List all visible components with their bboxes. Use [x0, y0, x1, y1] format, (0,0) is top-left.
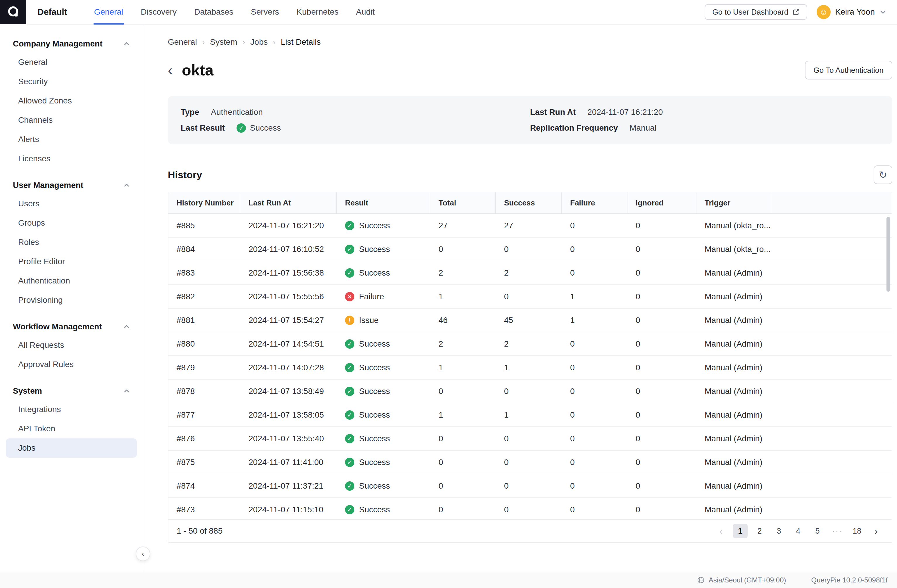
sidebar-item-jobs[interactable]: Jobs: [6, 438, 137, 458]
refresh-button[interactable]: ↻: [874, 165, 892, 184]
sidebar-item-groups[interactable]: Groups: [6, 213, 137, 233]
cell-history-number: #876: [168, 427, 240, 450]
pagination-page-5[interactable]: 5: [810, 524, 825, 538]
info-last-run-label: Last Run At: [530, 108, 576, 117]
cell-trigger: Manual (okta_ro...: [696, 238, 771, 261]
column-header-failure: Failure: [562, 192, 628, 213]
cell-trigger: Manual (Admin): [696, 498, 771, 519]
sidebar-item-all-requests[interactable]: All Requests: [6, 336, 137, 355]
breadcrumb-separator: ›: [243, 38, 245, 47]
cell-success: 0: [496, 498, 562, 519]
success-icon: ✓: [345, 339, 354, 349]
cell-history-number: #884: [168, 238, 240, 261]
cell-last-run-at: 2024-11-07 14:07:28: [240, 356, 337, 379]
nav-tab-audit[interactable]: Audit: [347, 0, 384, 24]
external-link-icon: [793, 8, 800, 15]
cell-result: ✓Success: [337, 380, 430, 403]
cell-failure: 0: [562, 332, 628, 355]
sidebar-section-header-system[interactable]: System: [0, 382, 143, 400]
cell-total: 2: [430, 261, 496, 284]
sidebar-item-general[interactable]: General: [6, 53, 137, 72]
nav-tab-discovery[interactable]: Discovery: [132, 0, 185, 24]
success-icon: ✓: [345, 244, 354, 254]
sidebar-item-roles[interactable]: Roles: [6, 233, 137, 252]
pagination-page-18[interactable]: 18: [850, 524, 864, 538]
cell-trigger: Manual (Admin): [696, 474, 771, 497]
footer: Asia/Seoul (GMT+09:00) QueryPie 10.2.0-5…: [0, 572, 897, 588]
cell-success: 0: [496, 380, 562, 403]
sidebar-item-allowed-zones[interactable]: Allowed Zones: [6, 91, 137, 110]
nav-tab-kubernetes[interactable]: Kubernetes: [288, 0, 347, 24]
sidebar-collapse-button[interactable]: ‹: [136, 547, 150, 561]
pagination-page-4[interactable]: 4: [791, 524, 805, 538]
user-menu[interactable]: ☺ Keira Yoon: [817, 5, 886, 19]
table-row: #8742024-11-07 11:37:21✓Success0000Manua…: [168, 474, 892, 498]
cell-ignored: 0: [628, 474, 696, 497]
sidebar-item-security[interactable]: Security: [6, 72, 137, 91]
sidebar-item-approval-rules[interactable]: Approval Rules: [6, 355, 137, 374]
cell-total: 0: [430, 451, 496, 474]
cell-success: 2: [496, 332, 562, 355]
sidebar-item-authentication[interactable]: Authentication: [6, 271, 137, 290]
info-type-label: Type: [181, 108, 199, 117]
cell-failure: 1: [562, 285, 628, 308]
cell-history-number: #885: [168, 214, 240, 237]
page-title: okta: [182, 61, 214, 79]
pagination-page-2[interactable]: 2: [752, 524, 767, 538]
cell-trigger: Manual (Admin): [696, 332, 771, 355]
result-label: Failure: [359, 292, 384, 301]
chevron-down-icon: [879, 8, 886, 15]
cell-filler: [771, 309, 892, 332]
nav-tab-servers[interactable]: Servers: [242, 0, 288, 24]
cell-history-number: #879: [168, 356, 240, 379]
success-icon: ✓: [345, 363, 354, 372]
cell-success: 0: [496, 285, 562, 308]
sidebar-item-licenses[interactable]: Licenses: [6, 149, 137, 168]
sidebar-section-title: Workflow Management: [13, 322, 102, 331]
pagination-page-3[interactable]: 3: [771, 524, 786, 538]
go-to-user-dashboard-button[interactable]: Go to User Dashboard: [705, 4, 807, 20]
sidebar-item-profile-editor[interactable]: Profile Editor: [6, 252, 137, 271]
pagination-ellipsis[interactable]: ···: [830, 524, 845, 538]
cell-history-number: #883: [168, 261, 240, 284]
go-to-authentication-button[interactable]: Go To Authentication: [805, 61, 892, 79]
cell-total: 2: [430, 332, 496, 355]
sidebar-section-header-user-management[interactable]: User Management: [0, 177, 143, 194]
sidebar-item-integrations[interactable]: Integrations: [6, 400, 137, 419]
table-scrollbar[interactable]: [886, 217, 890, 292]
result-label: Success: [359, 505, 390, 514]
nav-tab-databases[interactable]: Databases: [185, 0, 242, 24]
table-row: #8842024-11-07 16:10:52✓Success0000Manua…: [168, 238, 892, 261]
cell-last-run-at: 2024-11-07 13:58:49: [240, 380, 337, 403]
breadcrumb-item-list-details: List Details: [281, 37, 321, 47]
breadcrumb-item-jobs[interactable]: Jobs: [250, 37, 268, 47]
nav-tab-general[interactable]: General: [86, 0, 132, 24]
cell-filler: [771, 214, 892, 237]
breadcrumb-item-general[interactable]: General: [168, 37, 197, 47]
pagination-page-1[interactable]: 1: [733, 524, 748, 538]
history-header: History ↻: [168, 165, 892, 184]
cell-filler: [771, 451, 892, 474]
table-row: #8782024-11-07 13:58:49✓Success0000Manua…: [168, 380, 892, 403]
cell-last-run-at: 2024-11-07 11:41:00: [240, 451, 337, 474]
sidebar-item-users[interactable]: Users: [6, 194, 137, 213]
breadcrumb-item-system[interactable]: System: [210, 37, 237, 47]
pagination-prev-button[interactable]: ‹: [714, 524, 728, 538]
sidebar-item-provisioning[interactable]: Provisioning: [6, 290, 137, 310]
querypie-logo[interactable]: [0, 0, 26, 24]
cell-history-number: #874: [168, 474, 240, 497]
back-button[interactable]: ‹: [165, 63, 175, 77]
cell-ignored: 0: [628, 214, 696, 237]
sidebar-section-header-workflow-management[interactable]: Workflow Management: [0, 318, 143, 336]
cell-ignored: 0: [628, 238, 696, 261]
sidebar-item-channels[interactable]: Channels: [6, 110, 137, 130]
cell-last-run-at: 2024-11-07 11:37:21: [240, 474, 337, 497]
sidebar-section-header-company-management[interactable]: Company Management: [0, 35, 143, 53]
cell-result: ✓Success: [337, 451, 430, 474]
sidebar-item-api-token[interactable]: API Token: [6, 419, 137, 438]
table-header: History NumberLast Run AtResultTotalSucc…: [168, 192, 892, 214]
success-icon: ✓: [345, 386, 354, 396]
pagination-next-button[interactable]: ›: [869, 524, 883, 538]
topbar-right: Go to User Dashboard ☺ Keira Yoon: [705, 4, 897, 20]
sidebar-item-alerts[interactable]: Alerts: [6, 130, 137, 149]
